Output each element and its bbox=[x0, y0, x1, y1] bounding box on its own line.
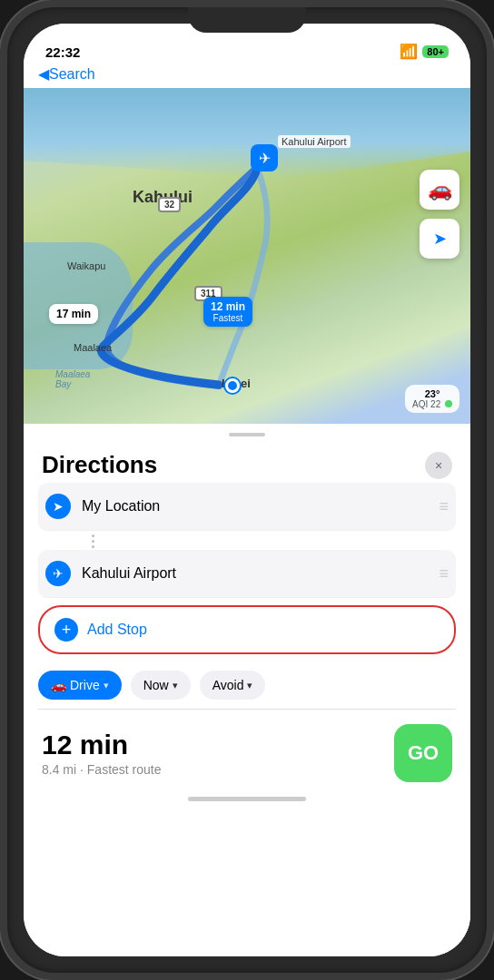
drive-option[interactable]: 🚗 Drive ▾ bbox=[38, 671, 122, 700]
drive-chevron-icon: ▾ bbox=[104, 680, 109, 691]
reorder-handle-origin[interactable]: ≡ bbox=[439, 497, 449, 516]
drag-handle[interactable] bbox=[229, 433, 265, 436]
weather-temp: 23° bbox=[412, 388, 452, 399]
aqi-dot bbox=[445, 400, 452, 407]
search-back-label[interactable]: Search bbox=[49, 66, 95, 83]
go-button[interactable]: GO bbox=[394, 724, 452, 782]
options-row: 🚗 Drive ▾ Now ▾ Avoid ▾ bbox=[24, 662, 470, 709]
origin-row[interactable]: ➤ My Location ≡ bbox=[38, 483, 456, 531]
add-stop-icon: + bbox=[54, 618, 78, 642]
route-time-block: 12 min 8.4 mi · Fastest route bbox=[42, 730, 162, 777]
maalaea-bay-label: MaalaeaBay bbox=[55, 369, 90, 389]
notch bbox=[188, 7, 306, 33]
status-time: 22:32 bbox=[45, 44, 80, 60]
status-icons: 📶 80+ bbox=[400, 43, 449, 60]
avoid-option[interactable]: Avoid ▾ bbox=[200, 671, 266, 700]
go-label: GO bbox=[408, 741, 439, 765]
now-label: Now bbox=[143, 678, 169, 692]
close-button[interactable]: × bbox=[425, 452, 452, 479]
navigation-icon: ➤ bbox=[45, 494, 71, 519]
car-icon: 🚗 bbox=[51, 678, 66, 692]
close-icon: × bbox=[435, 458, 442, 473]
reorder-handle-destination[interactable]: ≡ bbox=[439, 564, 449, 583]
airport-pin: ✈ bbox=[251, 144, 278, 172]
phone-screen: 22:32 📶 80+ ◀ Search bbox=[24, 24, 470, 956]
time-badge-17min: 17 min bbox=[49, 304, 98, 324]
home-indicator bbox=[188, 797, 306, 801]
time-12-label: 12 min bbox=[211, 300, 245, 313]
weather-aqi: AQI 22 bbox=[412, 399, 452, 409]
destination-text: Kahului Airport bbox=[82, 565, 431, 582]
bottom-sheet: Directions × ➤ My Location ≡ bbox=[24, 424, 470, 956]
phone-frame: 22:32 📶 80+ ◀ Search bbox=[0, 0, 494, 980]
now-chevron-icon: ▾ bbox=[173, 680, 178, 691]
back-button[interactable]: ◀ Search bbox=[38, 65, 95, 83]
avoid-label: Avoid bbox=[212, 678, 244, 692]
plus-icon: + bbox=[62, 621, 72, 640]
location-rows: ➤ My Location ≡ ✈ Kahului Airport ≡ bbox=[24, 483, 470, 598]
plane-icon: ✈ bbox=[45, 561, 71, 586]
battery-badge: 80+ bbox=[422, 45, 449, 58]
waikapu-label: Waikapu bbox=[67, 260, 105, 271]
origin-text: My Location bbox=[82, 498, 431, 514]
time-badge-12min: 12 min Fastest bbox=[203, 297, 252, 327]
route-details: 8.4 mi · Fastest route bbox=[42, 762, 162, 777]
directions-title: Directions bbox=[42, 451, 157, 479]
now-option[interactable]: Now ▾ bbox=[131, 671, 191, 700]
route-path bbox=[24, 88, 470, 424]
maalaea-label: Maalaea bbox=[74, 342, 112, 353]
route-time: 12 min bbox=[42, 730, 162, 760]
add-stop-label: Add Stop bbox=[87, 622, 147, 638]
map-area[interactable]: ✈ Kahului Airport Kahului Waikapu Maalae… bbox=[24, 88, 470, 424]
wifi-icon: 📶 bbox=[400, 43, 418, 60]
back-chevron-icon: ◀ bbox=[38, 65, 49, 83]
road-32-badge: 32 bbox=[158, 197, 181, 212]
drive-label: Drive bbox=[70, 678, 100, 692]
avoid-chevron-icon: ▾ bbox=[247, 680, 252, 691]
route-mode-button[interactable]: 🚗 bbox=[420, 170, 459, 210]
destination-row[interactable]: ✈ Kahului Airport ≡ bbox=[38, 550, 456, 598]
weather-badge: 23° AQI 22 bbox=[405, 385, 459, 413]
location-button[interactable]: ➤ bbox=[420, 219, 459, 259]
current-location-dot bbox=[225, 378, 240, 393]
directions-header: Directions × bbox=[24, 444, 470, 483]
route-info: 12 min 8.4 mi · Fastest route GO bbox=[24, 710, 470, 789]
search-bar[interactable]: ◀ Search bbox=[24, 64, 470, 88]
airport-label: Kahului Airport bbox=[278, 135, 351, 148]
add-stop-button[interactable]: + Add Stop bbox=[38, 605, 456, 654]
fastest-label: Fastest bbox=[211, 313, 245, 323]
